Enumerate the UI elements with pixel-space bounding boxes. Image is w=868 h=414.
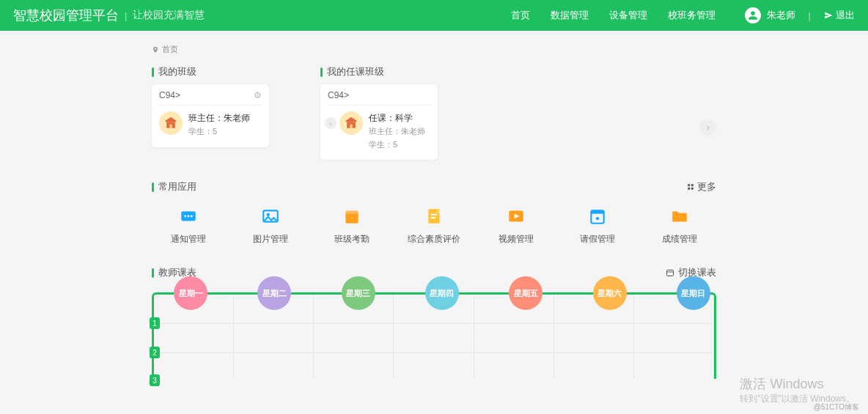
svg-rect-21: [592, 211, 604, 214]
app-label: 班级考勤: [334, 233, 369, 245]
more-label: 更多: [697, 180, 716, 193]
schedule-table: 星期一星期二星期三星期四星期五星期六星期日 1 2 3: [152, 292, 716, 379]
user-name: 朱老师: [767, 9, 795, 22]
my-class-section: 我的班级 C94> ⚙ 班主任：朱老师 学生：5: [152, 65, 269, 160]
svg-rect-15: [346, 211, 358, 214]
user-box: 朱老师 | 退出: [745, 7, 855, 23]
school-icon: [339, 111, 363, 135]
row-3-label: 3: [150, 374, 160, 386]
school-icon: [159, 111, 183, 135]
svg-rect-23: [667, 270, 674, 276]
pin-icon: [152, 46, 159, 53]
day-header: 星期一: [174, 276, 207, 310]
next-card-button[interactable]: ›: [700, 119, 716, 136]
app-video[interactable]: 视频管理: [487, 207, 545, 245]
avatar-icon[interactable]: [745, 7, 761, 23]
teach-class-section: 我的任课班级 C94> ‹ 任课：科学 班主任：朱老师 学生：5: [320, 65, 438, 160]
brand-sep: |: [125, 10, 127, 21]
user-sep: |: [809, 10, 811, 21]
app-label: 综合素质评价: [408, 233, 460, 245]
teach-students: 学生：5: [369, 138, 425, 152]
more-apps-button[interactable]: 更多: [687, 180, 716, 193]
nav-device[interactable]: 设备管理: [609, 9, 647, 22]
svg-point-11: [191, 215, 193, 218]
app-image[interactable]: 图片管理: [241, 207, 300, 245]
calendar2-icon: [588, 207, 607, 226]
schedule-cell[interactable]: [634, 353, 714, 379]
schedule-cell[interactable]: [554, 353, 634, 379]
svg-point-10: [188, 215, 190, 218]
page-content: 首页 我的班级 C94> ⚙ 班主任：朱老师 学生：5: [152, 31, 716, 379]
message-icon: [179, 207, 198, 226]
svg-rect-7: [691, 188, 694, 190]
app-label: 请假管理: [580, 233, 615, 245]
my-class-title: 我的班级: [152, 65, 269, 78]
schedule-cell[interactable]: [554, 324, 634, 353]
logout-label: 退出: [836, 9, 855, 22]
schedule-cell[interactable]: [234, 353, 314, 379]
logout-button[interactable]: 退出: [824, 9, 855, 22]
day-header: 星期日: [677, 276, 710, 310]
watermark-line1: 激活 Windows: [740, 375, 855, 393]
app-message[interactable]: 通知管理: [159, 207, 218, 245]
top-bar: 智慧校园管理平台 | 让校园充满智慧 首页 数据管理 设备管理 校班务管理 朱老…: [0, 0, 868, 31]
app-label: 通知管理: [171, 233, 206, 245]
teach-subject: 任课：科学: [369, 111, 425, 125]
app-calendar[interactable]: 班级考勤: [323, 207, 381, 245]
calendar-icon: [342, 207, 361, 226]
video-icon: [507, 207, 526, 226]
teach-class-card[interactable]: C94> ‹ 任课：科学 班主任：朱老师 学生：5: [320, 84, 438, 160]
windows-watermark: 激活 Windows 转到"设置"以激活 Windows。: [740, 375, 855, 405]
apps-title: 常用应用: [152, 180, 196, 193]
nav-data[interactable]: 数据管理: [551, 9, 589, 22]
apps-section-head: 常用应用 更多: [152, 180, 716, 193]
app-note[interactable]: 综合素质评价: [405, 207, 463, 245]
teach-teacher: 班主任：朱老师: [369, 125, 425, 138]
corner-tag: @51CTO博客: [814, 402, 859, 413]
main-nav: 首页 数据管理 设备管理 校班务管理: [511, 9, 716, 22]
class-students: 学生：5: [188, 125, 250, 138]
app-calendar2[interactable]: 请假管理: [568, 207, 627, 245]
nav-class[interactable]: 校班务管理: [668, 9, 716, 22]
schedule-cell[interactable]: [394, 353, 474, 379]
gear-icon[interactable]: ⚙: [254, 90, 262, 100]
schedule-cell[interactable]: [234, 324, 314, 353]
day-header: 星期三: [342, 276, 375, 310]
schedule-cell[interactable]: [634, 324, 714, 353]
svg-rect-5: [691, 185, 694, 187]
class-teacher: 班主任：朱老师: [188, 111, 250, 125]
schedule-cell[interactable]: [474, 324, 554, 353]
my-class-card[interactable]: C94> ⚙ 班主任：朱老师 学生：5: [152, 84, 269, 147]
teach-class-name: C94>: [328, 90, 349, 100]
svg-rect-1: [169, 125, 172, 128]
day-header: 星期六: [593, 276, 627, 310]
folder-icon: [670, 207, 689, 226]
nav-home[interactable]: 首页: [511, 9, 530, 22]
plane-icon: [824, 11, 833, 20]
schedule-cell[interactable]: [314, 324, 394, 353]
svg-rect-4: [688, 185, 690, 187]
prev-card-button[interactable]: ‹: [325, 117, 336, 129]
schedule-cell[interactable]: [154, 324, 234, 353]
breadcrumb-label[interactable]: 首页: [162, 44, 178, 55]
schedule-cell[interactable]: [474, 353, 554, 379]
svg-point-22: [596, 217, 599, 220]
breadcrumb: 首页: [152, 44, 716, 55]
class-name: C94>: [159, 90, 180, 100]
app-label: 图片管理: [253, 233, 288, 245]
brand-title: 智慧校园管理平台: [13, 7, 119, 24]
schedule-cell[interactable]: [394, 324, 474, 353]
app-folder[interactable]: 成绩管理: [650, 207, 709, 245]
svg-point-9: [184, 215, 186, 218]
apps-grid: 通知管理图片管理班级考勤综合素质评价视频管理请假管理成绩管理: [152, 207, 716, 245]
app-label: 成绩管理: [662, 233, 697, 245]
svg-rect-3: [350, 125, 352, 128]
schedule-cell[interactable]: [314, 353, 394, 379]
tagline: 让校园充满智慧: [133, 9, 205, 22]
day-header: 星期四: [425, 276, 459, 310]
schedule-cell[interactable]: [154, 353, 234, 379]
svg-point-13: [266, 213, 269, 216]
day-header: 星期五: [509, 276, 542, 310]
teach-class-title: 我的任课班级: [320, 65, 438, 78]
row-1-label: 1: [150, 317, 160, 329]
